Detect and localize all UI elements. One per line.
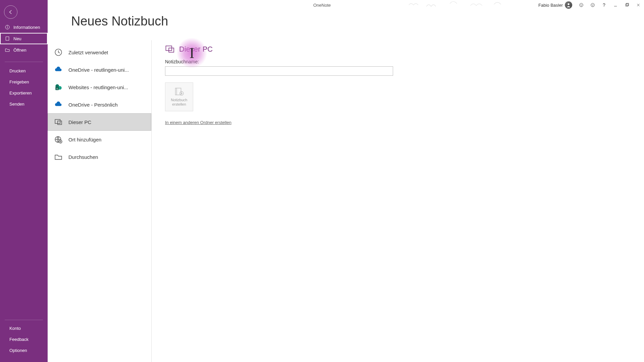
- svg-rect-8: [626, 4, 628, 6]
- location-sites-org[interactable]: S Websites - reutlingen-uni...: [48, 78, 151, 96]
- create-notebook-button: Notizbuch erstellen: [165, 82, 193, 111]
- user-name[interactable]: Fabio Basler: [538, 3, 563, 8]
- new-icon: [5, 36, 10, 41]
- svg-rect-26: [169, 48, 174, 52]
- sidebar-separator-bottom: [5, 320, 43, 320]
- create-notebook-label: Notizbuch erstellen: [165, 98, 193, 107]
- sidebar-item-feedback[interactable]: Feedback: [0, 334, 48, 345]
- clock-icon: [54, 48, 63, 57]
- maximize-icon[interactable]: [621, 0, 633, 10]
- location-label: Ort hinzufügen: [68, 137, 101, 142]
- page-title: Neues Notizbuch: [71, 14, 168, 28]
- details-pane: Dieser PC Notizbuchname: Notizbuch erste…: [152, 40, 644, 362]
- close-icon[interactable]: [633, 0, 644, 10]
- details-header-title: Dieser PC: [179, 45, 213, 54]
- feedback-frown-icon[interactable]: [587, 0, 598, 10]
- onedrive-icon: [54, 65, 63, 74]
- location-this-pc[interactable]: Dieser PC: [48, 113, 151, 131]
- svg-point-5: [592, 4, 592, 5]
- location-onedrive-personal[interactable]: OneDrive - Persönlich: [48, 96, 151, 113]
- open-icon: [5, 47, 10, 53]
- svg-rect-15: [6, 37, 9, 41]
- sidebar-item-open[interactable]: Öffnen: [0, 44, 48, 56]
- svg-point-1: [580, 3, 583, 7]
- sidebar-label-account: Konto: [9, 326, 21, 331]
- sidebar-label-options: Optionen: [9, 348, 27, 353]
- svg-rect-9: [626, 3, 629, 6]
- svg-point-0: [568, 3, 569, 5]
- svg-rect-27: [175, 88, 181, 95]
- onedrive-icon: [54, 100, 63, 109]
- details-header: Dieser PC: [165, 44, 631, 54]
- sidebar-label-feedback: Feedback: [9, 337, 29, 342]
- sidebar-item-account[interactable]: Konto: [0, 323, 48, 334]
- title-bar-right: Fabio Basler ?: [538, 0, 644, 10]
- location-label: Websites - reutlingen-uni...: [68, 84, 128, 90]
- sidebar-label-new: Neu: [13, 36, 21, 41]
- location-label: Durchsuchen: [68, 154, 98, 160]
- backstage-sidebar: Informationen Neu Öffnen Drucken Freigeb…: [0, 0, 48, 362]
- create-elsewhere-link[interactable]: In einem anderen Ordner erstellen: [165, 120, 231, 125]
- title-bar: OneNote Fabio Basler ?: [0, 0, 644, 10]
- notebook-name-input[interactable]: [165, 66, 393, 76]
- sidebar-item-print[interactable]: Drucken: [0, 65, 48, 76]
- svg-rect-22: [58, 121, 62, 125]
- feedback-smile-icon[interactable]: [576, 0, 587, 10]
- notebook-plus-icon: [174, 87, 184, 96]
- svg-point-14: [7, 26, 7, 26]
- sidebar-separator: [5, 62, 43, 62]
- location-label: Dieser PC: [68, 119, 91, 125]
- location-label: OneDrive - Persönlich: [68, 102, 118, 108]
- locations-list: Zuletzt verwendet OneDrive - reutlingen-…: [48, 40, 152, 362]
- sharepoint-icon: S: [54, 82, 63, 92]
- svg-point-3: [582, 4, 582, 5]
- sidebar-label-print: Drucken: [9, 68, 25, 73]
- location-add-place[interactable]: Ort hinzufügen: [48, 131, 151, 148]
- notebook-name-label: Notizbuchname:: [165, 59, 631, 64]
- decor-birds: [406, 0, 523, 12]
- location-recent[interactable]: Zuletzt verwendet: [48, 44, 151, 61]
- location-browse[interactable]: Durchsuchen: [48, 148, 151, 166]
- location-label: Zuletzt verwendet: [68, 50, 108, 55]
- location-label: OneDrive - reutlingen-uni...: [68, 67, 129, 73]
- svg-point-6: [593, 4, 593, 5]
- location-onedrive-org[interactable]: OneDrive - reutlingen-uni...: [48, 61, 151, 78]
- svg-point-4: [591, 3, 595, 7]
- globe-plus-icon: [54, 135, 63, 144]
- content-area: Neues Notizbuch Zuletzt verwendet OneDri…: [48, 0, 644, 362]
- sidebar-label-info: Informationen: [13, 25, 40, 30]
- svg-text:S: S: [56, 87, 58, 90]
- sidebar-item-options[interactable]: Optionen: [0, 345, 48, 356]
- avatar[interactable]: [565, 1, 572, 9]
- sidebar-label-send: Senden: [9, 102, 24, 107]
- svg-point-2: [581, 4, 581, 5]
- folder-icon: [54, 152, 63, 162]
- pc-icon: [54, 117, 63, 127]
- sidebar-item-new[interactable]: Neu: [0, 33, 48, 44]
- sidebar-label-export: Exportieren: [9, 90, 32, 96]
- info-icon: [5, 24, 10, 30]
- sidebar-label-open: Öffnen: [13, 48, 26, 53]
- sidebar-item-share[interactable]: Freigeben: [0, 76, 48, 87]
- app-title: OneNote: [313, 3, 331, 8]
- sidebar-label-share: Freigeben: [9, 79, 29, 84]
- sidebar-item-info[interactable]: Informationen: [0, 21, 48, 33]
- sidebar-item-send[interactable]: Senden: [0, 99, 48, 110]
- sidebar-item-export[interactable]: Exportieren: [0, 87, 48, 99]
- pc-icon: [165, 44, 175, 54]
- help-icon[interactable]: ?: [598, 0, 610, 10]
- minimize-icon[interactable]: [610, 0, 621, 10]
